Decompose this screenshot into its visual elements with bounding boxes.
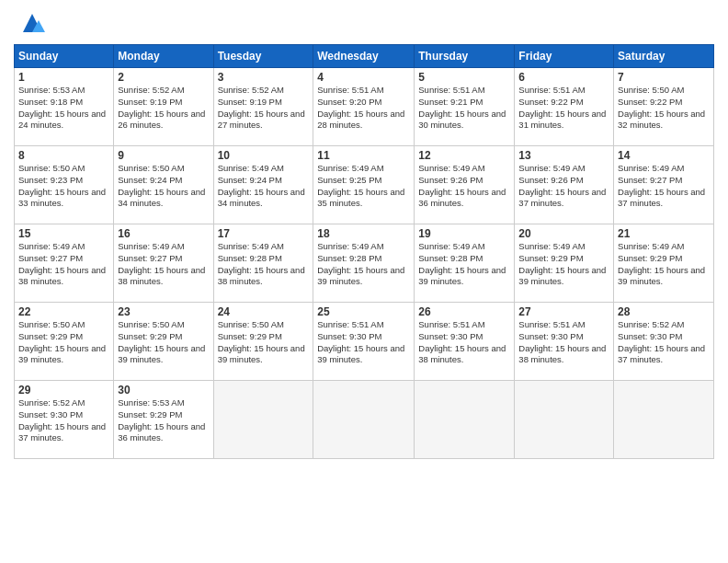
day-info: Sunrise: 5:50 AM Sunset: 9:29 PM Dayligh… (18, 319, 109, 366)
day-info: Sunrise: 5:49 AM Sunset: 9:25 PM Dayligh… (317, 163, 410, 210)
calendar-cell: 15 Sunrise: 5:49 AM Sunset: 9:27 PM Dayl… (15, 224, 114, 303)
day-number: 28 (618, 305, 710, 318)
day-number: 2 (118, 71, 209, 84)
day-info: Sunrise: 5:49 AM Sunset: 9:29 PM Dayligh… (518, 241, 609, 288)
calendar-week-row: 8 Sunrise: 5:50 AM Sunset: 9:23 PM Dayli… (15, 146, 714, 224)
day-info: Sunrise: 5:49 AM Sunset: 9:28 PM Dayligh… (418, 241, 510, 288)
day-info: Sunrise: 5:49 AM Sunset: 9:24 PM Dayligh… (218, 163, 310, 210)
calendar-cell: 27 Sunrise: 5:51 AM Sunset: 9:30 PM Dayl… (515, 303, 614, 381)
day-number: 27 (518, 305, 609, 318)
day-number: 3 (218, 71, 310, 84)
header (14, 9, 714, 37)
day-number: 11 (317, 149, 410, 162)
day-info: Sunrise: 5:50 AM Sunset: 9:29 PM Dayligh… (218, 319, 310, 366)
day-number: 7 (618, 71, 710, 84)
day-number: 14 (618, 149, 710, 162)
calendar-week-row: 22 Sunrise: 5:50 AM Sunset: 9:29 PM Dayl… (15, 303, 714, 381)
day-number: 12 (418, 149, 510, 162)
calendar-cell: 9 Sunrise: 5:50 AM Sunset: 9:24 PM Dayli… (114, 146, 213, 224)
calendar-cell: 6 Sunrise: 5:51 AM Sunset: 9:22 PM Dayli… (515, 68, 614, 146)
day-number: 22 (18, 305, 109, 318)
day-info: Sunrise: 5:49 AM Sunset: 9:26 PM Dayligh… (418, 163, 510, 210)
day-number: 8 (18, 149, 109, 162)
calendar-cell: 19 Sunrise: 5:49 AM Sunset: 9:28 PM Dayl… (415, 224, 515, 303)
calendar-cell (515, 381, 614, 459)
day-info: Sunrise: 5:51 AM Sunset: 9:22 PM Dayligh… (518, 85, 609, 132)
day-info: Sunrise: 5:50 AM Sunset: 9:29 PM Dayligh… (118, 319, 209, 366)
day-number: 17 (218, 227, 310, 240)
calendar-cell (415, 381, 515, 459)
day-info: Sunrise: 5:52 AM Sunset: 9:30 PM Dayligh… (18, 397, 109, 444)
logo-icon (18, 9, 46, 37)
day-info: Sunrise: 5:49 AM Sunset: 9:27 PM Dayligh… (618, 163, 710, 210)
day-number: 13 (518, 149, 609, 162)
day-number: 25 (317, 305, 410, 318)
calendar-cell: 5 Sunrise: 5:51 AM Sunset: 9:21 PM Dayli… (415, 68, 515, 146)
day-info: Sunrise: 5:53 AM Sunset: 9:29 PM Dayligh… (118, 397, 209, 444)
day-number: 20 (518, 227, 609, 240)
day-number: 6 (518, 71, 609, 84)
day-info: Sunrise: 5:51 AM Sunset: 9:20 PM Dayligh… (317, 85, 410, 132)
calendar-cell: 8 Sunrise: 5:50 AM Sunset: 9:23 PM Dayli… (15, 146, 114, 224)
day-info: Sunrise: 5:52 AM Sunset: 9:30 PM Dayligh… (618, 319, 710, 366)
day-number: 29 (18, 384, 109, 396)
day-number: 23 (118, 305, 209, 318)
calendar-cell: 11 Sunrise: 5:49 AM Sunset: 9:25 PM Dayl… (313, 146, 415, 224)
day-info: Sunrise: 5:52 AM Sunset: 9:19 PM Dayligh… (118, 85, 209, 132)
day-number: 4 (317, 71, 410, 84)
header-wednesday: Wednesday (313, 45, 415, 68)
day-number: 10 (218, 149, 310, 162)
calendar-cell: 12 Sunrise: 5:49 AM Sunset: 9:26 PM Dayl… (415, 146, 515, 224)
calendar-cell: 2 Sunrise: 5:52 AM Sunset: 9:19 PM Dayli… (114, 68, 213, 146)
day-info: Sunrise: 5:50 AM Sunset: 9:23 PM Dayligh… (18, 163, 109, 210)
calendar-cell: 21 Sunrise: 5:49 AM Sunset: 9:29 PM Dayl… (614, 224, 714, 303)
calendar-cell: 18 Sunrise: 5:49 AM Sunset: 9:28 PM Dayl… (313, 224, 415, 303)
day-info: Sunrise: 5:53 AM Sunset: 9:18 PM Dayligh… (18, 85, 109, 132)
header-sunday: Sunday (15, 45, 114, 68)
calendar-cell: 20 Sunrise: 5:49 AM Sunset: 9:29 PM Dayl… (515, 224, 614, 303)
day-number: 15 (18, 227, 109, 240)
day-info: Sunrise: 5:51 AM Sunset: 9:30 PM Dayligh… (518, 319, 609, 366)
calendar-cell: 14 Sunrise: 5:49 AM Sunset: 9:27 PM Dayl… (614, 146, 714, 224)
calendar-cell: 28 Sunrise: 5:52 AM Sunset: 9:30 PM Dayl… (614, 303, 714, 381)
day-number: 1 (18, 71, 109, 84)
calendar-cell: 3 Sunrise: 5:52 AM Sunset: 9:19 PM Dayli… (213, 68, 313, 146)
logo (14, 9, 46, 37)
calendar-cell: 26 Sunrise: 5:51 AM Sunset: 9:30 PM Dayl… (415, 303, 515, 381)
calendar-cell (313, 381, 415, 459)
day-number: 16 (118, 227, 209, 240)
calendar-cell: 10 Sunrise: 5:49 AM Sunset: 9:24 PM Dayl… (213, 146, 313, 224)
calendar-week-row: 29 Sunrise: 5:52 AM Sunset: 9:30 PM Dayl… (15, 381, 714, 459)
day-info: Sunrise: 5:49 AM Sunset: 9:28 PM Dayligh… (317, 241, 410, 288)
calendar-header-row: Sunday Monday Tuesday Wednesday Thursday… (15, 45, 714, 68)
day-number: 19 (418, 227, 510, 240)
calendar-cell: 25 Sunrise: 5:51 AM Sunset: 9:30 PM Dayl… (313, 303, 415, 381)
calendar-cell: 13 Sunrise: 5:49 AM Sunset: 9:26 PM Dayl… (515, 146, 614, 224)
day-info: Sunrise: 5:49 AM Sunset: 9:26 PM Dayligh… (518, 163, 609, 210)
calendar-cell: 7 Sunrise: 5:50 AM Sunset: 9:22 PM Dayli… (614, 68, 714, 146)
day-number: 5 (418, 71, 510, 84)
day-info: Sunrise: 5:49 AM Sunset: 9:28 PM Dayligh… (218, 241, 310, 288)
day-number: 30 (118, 384, 209, 396)
header-saturday: Saturday (614, 45, 714, 68)
day-info: Sunrise: 5:49 AM Sunset: 9:27 PM Dayligh… (18, 241, 109, 288)
calendar-cell (614, 381, 714, 459)
calendar-table: Sunday Monday Tuesday Wednesday Thursday… (14, 44, 714, 459)
day-info: Sunrise: 5:51 AM Sunset: 9:30 PM Dayligh… (317, 319, 410, 366)
calendar-cell: 23 Sunrise: 5:50 AM Sunset: 9:29 PM Dayl… (114, 303, 213, 381)
calendar-week-row: 1 Sunrise: 5:53 AM Sunset: 9:18 PM Dayli… (15, 68, 714, 146)
header-friday: Friday (515, 45, 614, 68)
calendar-week-row: 15 Sunrise: 5:49 AM Sunset: 9:27 PM Dayl… (15, 224, 714, 303)
calendar-cell: 17 Sunrise: 5:49 AM Sunset: 9:28 PM Dayl… (213, 224, 313, 303)
day-info: Sunrise: 5:51 AM Sunset: 9:21 PM Dayligh… (418, 85, 510, 132)
day-number: 18 (317, 227, 410, 240)
day-info: Sunrise: 5:50 AM Sunset: 9:24 PM Dayligh… (118, 163, 209, 210)
day-info: Sunrise: 5:51 AM Sunset: 9:30 PM Dayligh… (418, 319, 510, 366)
day-number: 9 (118, 149, 209, 162)
day-number: 26 (418, 305, 510, 318)
header-monday: Monday (114, 45, 213, 68)
page: Sunday Monday Tuesday Wednesday Thursday… (0, 0, 728, 563)
day-info: Sunrise: 5:49 AM Sunset: 9:29 PM Dayligh… (618, 241, 710, 288)
calendar-cell: 30 Sunrise: 5:53 AM Sunset: 9:29 PM Dayl… (114, 381, 213, 459)
calendar-cell: 16 Sunrise: 5:49 AM Sunset: 9:27 PM Dayl… (114, 224, 213, 303)
